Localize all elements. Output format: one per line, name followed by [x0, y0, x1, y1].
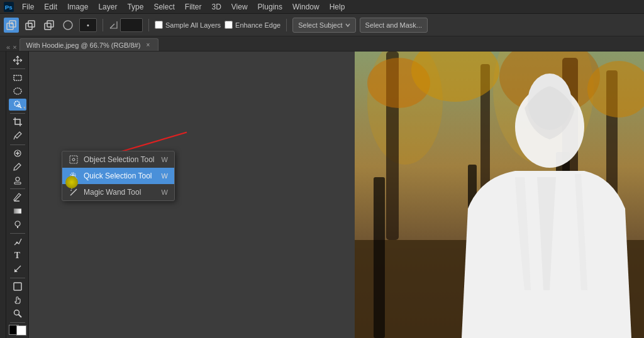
context-object-selection[interactable]: Object Selection Tool W	[62, 151, 174, 168]
enhance-edge-label[interactable]: Enhance Edge	[225, 21, 280, 29]
subtract-selection-btn[interactable]	[23, 18, 38, 33]
dodge-tool-btn[interactable]	[9, 219, 26, 231]
menu-help[interactable]: Help	[325, 1, 350, 13]
crop-tool-btn[interactable]	[9, 116, 26, 128]
pen-tool-btn[interactable]	[9, 236, 26, 248]
svg-point-30	[14, 310, 19, 315]
sample-all-layers-checkbox[interactable]	[155, 21, 163, 29]
tab-close-btn[interactable]: ×	[144, 41, 152, 49]
add-selection-btn[interactable]	[4, 18, 19, 33]
svg-rect-9	[45, 23, 51, 30]
select-subject-button[interactable]: Select Subject	[292, 18, 355, 33]
angle-icon	[109, 20, 119, 30]
lasso-tool-btn[interactable]	[9, 85, 26, 97]
svg-rect-6	[26, 23, 32, 30]
svg-rect-44	[374, 177, 385, 338]
svg-rect-22	[14, 182, 21, 184]
svg-point-21	[16, 177, 19, 181]
magic-wand-label: Magic Wand Tool	[84, 188, 141, 197]
brush-size-display	[60, 18, 75, 33]
shape-tool-btn[interactable]	[9, 281, 26, 293]
panel-toggle2[interactable]: ×	[13, 43, 16, 51]
svg-rect-12	[14, 75, 21, 80]
left-toolbar: T	[6, 52, 29, 338]
separator-2	[148, 19, 149, 31]
separator-1	[103, 19, 103, 31]
separator-3	[286, 19, 287, 31]
svg-point-52	[72, 158, 75, 161]
intersect-selection-btn[interactable]	[42, 18, 57, 33]
eraser-tool-btn[interactable]	[9, 192, 26, 204]
menu-edit[interactable]: Edit	[40, 1, 62, 13]
color-swatches[interactable]	[9, 325, 26, 335]
svg-line-60	[71, 190, 72, 190]
svg-rect-29	[14, 283, 21, 290]
options-bar: 29° Sample All Layers Enhance Edge Selec…	[0, 14, 644, 36]
svg-point-13	[14, 88, 21, 94]
svg-point-25	[15, 221, 20, 226]
tab-bar: « × With Hoodie.jpeg @ 66.7% (RGB/8#) ×	[0, 36, 644, 52]
menu-file[interactable]: File	[18, 1, 38, 13]
canvas-area: Object Selection Tool W Quick Selection …	[29, 52, 644, 338]
magic-wand-shortcut: W	[162, 188, 168, 196]
stamp-tool-btn[interactable]	[9, 174, 26, 186]
svg-point-14	[14, 101, 19, 106]
sample-all-layers-text: Sample All Layers	[165, 21, 221, 29]
brush-size-input[interactable]	[79, 18, 97, 32]
path-select-tool-btn[interactable]	[9, 263, 26, 275]
svg-text:Ps: Ps	[5, 4, 13, 11]
svg-line-54	[75, 177, 77, 179]
context-quick-selection[interactable]: Quick Selection Tool W	[62, 168, 174, 184]
panel-collapse-area	[0, 52, 6, 338]
toolbar-sep-3	[10, 144, 25, 145]
menu-select[interactable]: Select	[149, 1, 179, 13]
menu-filter[interactable]: Filter	[180, 1, 206, 13]
heal-tool-btn[interactable]	[9, 147, 26, 159]
svg-point-27	[16, 242, 18, 244]
enhance-edge-checkbox[interactable]	[225, 21, 233, 29]
sample-all-layers-label[interactable]: Sample All Layers	[155, 21, 221, 29]
toolbar-sep-1	[10, 68, 25, 69]
menu-type[interactable]: Type	[123, 1, 148, 13]
svg-line-16	[19, 107, 21, 109]
ps-logo: Ps	[4, 2, 14, 12]
select-subject-label: Select Subject	[298, 21, 342, 29]
select-and-mask-button[interactable]: Select and Mask...	[360, 18, 428, 33]
document-tab[interactable]: With Hoodie.jpeg @ 66.7% (RGB/8#) ×	[19, 38, 159, 51]
svg-rect-3	[9, 21, 16, 27]
menu-bar: Ps File Edit Image Layer Type Select Fil…	[0, 0, 644, 14]
toolbar-sep-5	[10, 233, 25, 234]
gradient-tool-btn[interactable]	[9, 205, 26, 217]
menu-3d[interactable]: 3D	[207, 1, 225, 13]
photo-canvas	[355, 52, 644, 338]
text-tool-btn[interactable]: T	[9, 249, 26, 261]
quick-select-tool-btn[interactable]	[9, 99, 26, 111]
zoom-tool-btn[interactable]	[9, 307, 26, 319]
hand-tool-btn[interactable]	[9, 294, 26, 306]
menu-layer[interactable]: Layer	[94, 1, 121, 13]
eyedropper-tool-btn[interactable]	[9, 129, 26, 141]
menu-window[interactable]: Window	[288, 1, 324, 13]
panel-toggle[interactable]: «	[6, 43, 10, 51]
select-mask-label: Select and Mask...	[365, 21, 423, 29]
brush-tool-btn[interactable]	[9, 161, 26, 173]
main-area: T	[0, 52, 644, 338]
toolbar-sep-2	[10, 113, 25, 114]
move-tool-btn[interactable]	[9, 54, 26, 66]
doc-tab-title: With Hoodie.jpeg @ 66.7% (RGB/8#)	[26, 41, 141, 49]
quick-selection-menu-label: Quick Selection Tool	[84, 172, 152, 180]
magic-wand-icon	[69, 187, 79, 197]
object-selection-label: Object Selection Tool	[84, 155, 155, 164]
svg-rect-51	[70, 156, 77, 163]
menu-view[interactable]: View	[227, 1, 252, 13]
object-selection-icon	[69, 155, 79, 165]
angle-input[interactable]: 29°	[120, 18, 143, 32]
enhance-edge-text: Enhance Edge	[235, 21, 280, 29]
object-selection-shortcut: W	[162, 156, 168, 163]
tool-context-menu: Object Selection Tool W Quick Selection …	[62, 151, 175, 201]
menu-image[interactable]: Image	[63, 1, 92, 13]
context-magic-wand[interactable]: Magic Wand Tool W	[62, 184, 174, 200]
svg-rect-24	[14, 209, 21, 214]
menu-plugins[interactable]: Plugins	[253, 1, 287, 13]
marquee-tool-btn[interactable]	[9, 72, 26, 84]
